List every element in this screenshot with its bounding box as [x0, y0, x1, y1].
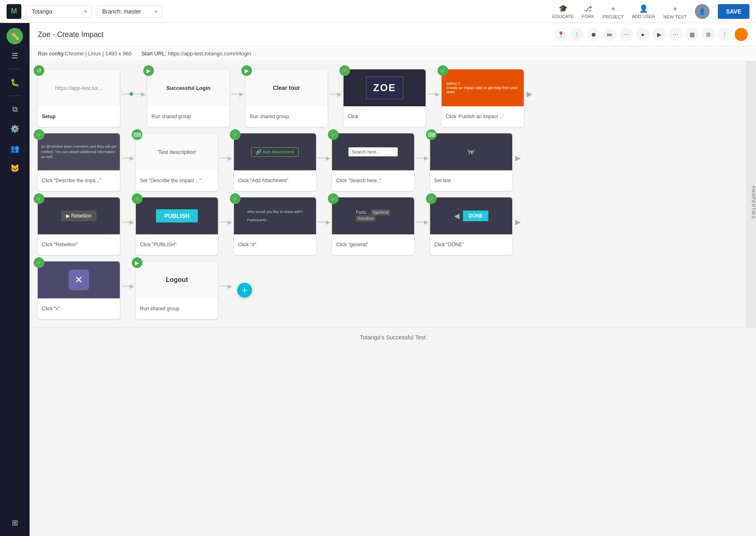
- sidebar-item-list[interactable]: ☰: [7, 48, 23, 64]
- step-label-publish-impact: Click 'Publish an Impact ...': [442, 106, 524, 127]
- logo-text: M: [11, 7, 17, 16]
- overflow-arrow-row3[interactable]: ▶: [514, 218, 522, 227]
- skip-button[interactable]: ⏭: [603, 28, 616, 41]
- sidebar-item-grid[interactable]: ⊞: [7, 515, 23, 531]
- arrow-icon: ▶: [424, 219, 428, 225]
- hash-thumb-text: Who would you like to share with?Partici…: [247, 210, 303, 222]
- add-step-button[interactable]: +: [237, 283, 252, 298]
- arrow-16-17: ▶: [121, 283, 134, 289]
- fork-icon: ⎇: [584, 4, 592, 13]
- more-button[interactable]: ⋮: [570, 28, 584, 41]
- location-button[interactable]: 📍: [554, 28, 567, 41]
- step-card-setup[interactable]: ↺ https://app-test.tot... Setup: [38, 69, 120, 127]
- step-label-clear: Run shared group: [245, 106, 328, 127]
- step-card-set-re[interactable]: ⌨ 're' Set text: [430, 133, 512, 191]
- sub-header-actions: 📍 ⋮ ⏺ ⏭ ⋯ ● ▶ ⋯ ▦ ⊞ ⋮: [554, 28, 748, 41]
- step-card-logout[interactable]: ▶ Logout Run shared group: [136, 261, 218, 319]
- step-badge-click-publish: ☞: [132, 193, 142, 204]
- educate-label: EDUCATE: [552, 14, 574, 19]
- step-card-clear-tour[interactable]: ▶ Clear tour Run shared group: [245, 69, 328, 127]
- step-card-describe[interactable]: ☞ an @mention team members and they will…: [38, 133, 120, 191]
- arrow-icon: ▶: [228, 219, 232, 225]
- sidebar-item-edit[interactable]: ✏️: [7, 28, 23, 44]
- describe-thumb-text: an @mention team members and they will g…: [41, 144, 117, 160]
- step-badge-setup: ↺: [34, 65, 44, 76]
- step-card-done[interactable]: ☞ ◀ DONE Click "DONE": [430, 197, 512, 255]
- step-card-publish-impact[interactable]: ☞ IMPACTCreate an impact step or get hel…: [442, 69, 524, 127]
- app-layout: ✏️ ☰ 🐛 ⧉ ⚙️ 👥 🐱 ⊞ Zoe - Create Impact 📍 …: [0, 23, 756, 536]
- logout-title: Logout: [163, 273, 191, 287]
- step-card-click-zoe[interactable]: ☞ ZOE Click: [344, 69, 426, 127]
- step-thumbnail-general: Partic... #general#random: [332, 197, 414, 234]
- overflow-arrow-row1[interactable]: ▶: [525, 89, 534, 98]
- step-thumbnail-click-publish: PUBLISH: [136, 197, 218, 234]
- step-badge-describe: ☞: [34, 129, 44, 140]
- re-text: 're': [467, 149, 475, 155]
- circle-button[interactable]: ●: [636, 28, 649, 41]
- grid-button[interactable]: ▦: [685, 28, 699, 41]
- new-test-button[interactable]: ＋ NEW TEST: [663, 4, 687, 19]
- branch-dropdown[interactable]: Branch: master ▾: [97, 5, 163, 18]
- attach-btn-sim: 🔗 Add Attachment: [251, 147, 299, 157]
- user-avatar[interactable]: 👤: [695, 4, 710, 19]
- properties-panel[interactable]: PROPERTIES: [746, 61, 756, 327]
- step-card-login[interactable]: ▶ Successful Login Run shared group: [147, 69, 229, 127]
- zoe-logo: ZOE: [366, 76, 403, 99]
- arrow-icon: ▶: [239, 91, 244, 97]
- step-card-set-describe[interactable]: ⌨ 'Test description' Set "Describe the i…: [136, 133, 218, 191]
- search-input-sim: Search here...: [348, 147, 398, 156]
- sidebar-item-users[interactable]: 👥: [7, 140, 23, 157]
- step-label-login: Run shared group: [147, 106, 229, 127]
- add-user-button[interactable]: 👤 ADD USER: [632, 4, 655, 19]
- sidebar-item-cat[interactable]: 🐱: [7, 160, 23, 176]
- table-button[interactable]: ⊞: [702, 28, 715, 41]
- logo-button[interactable]: M: [7, 4, 21, 19]
- arrow-12-13: ▶: [220, 219, 232, 225]
- arrow-4-5: ▶: [427, 91, 440, 97]
- play-button[interactable]: ▶: [653, 28, 666, 41]
- step-badge-search: ☞: [328, 129, 339, 140]
- workspace-dropdown[interactable]: Totango ▾: [26, 5, 92, 18]
- save-button[interactable]: SAVE: [718, 4, 749, 19]
- back-icon: ◀: [454, 211, 460, 220]
- step-card-x[interactable]: ☞ ✕ Click "x": [38, 261, 120, 319]
- main-content: Zoe - Create Impact 📍 ⋮ ⏺ ⏭ ⋯ ● ▶ ⋯ ▦ ⊞ …: [30, 23, 756, 536]
- clear-title: Clear tour: [270, 81, 303, 94]
- arrow-icon: ▶: [141, 91, 146, 97]
- step-thumbnail-hash: Who would you like to share with?Partici…: [234, 197, 316, 234]
- step-card-rebellion[interactable]: ☞ ▶ Rebellion Click "Rebellion": [38, 197, 120, 255]
- test-desc-text: 'Test description': [157, 149, 196, 155]
- sidebar-item-copy[interactable]: ⧉: [7, 101, 23, 117]
- step-card-click-publish[interactable]: ☞ PUBLISH Click "PUBLISH": [136, 197, 218, 255]
- step-label-set-re: Set text: [430, 170, 512, 191]
- sidebar-item-settings[interactable]: ⚙️: [7, 121, 23, 137]
- add-user-label: ADD USER: [632, 14, 655, 19]
- step-card-general[interactable]: ☞ Partic... #general#random Click "gener…: [332, 197, 414, 255]
- project-button[interactable]: ＋ PROJECT: [603, 4, 623, 19]
- record-button[interactable]: ⏺: [587, 28, 600, 41]
- page-title: Zoe - Create Impact: [38, 30, 103, 39]
- project-icon: ＋: [609, 4, 617, 14]
- step-badge-logout: ▶: [132, 257, 142, 268]
- arrow-11-12: ▶: [121, 219, 134, 225]
- step-label-add-attach: Click "Add Attachment": [234, 170, 316, 191]
- step-card-hash[interactable]: ☞ Who would you like to share with?Parti…: [234, 197, 316, 255]
- dots-button[interactable]: ⋯: [620, 28, 633, 41]
- more2-button[interactable]: ⋮: [718, 28, 731, 41]
- step-thumbnail-publish-impact: IMPACTCreate an impact step or get help …: [442, 69, 524, 106]
- fork-button[interactable]: ⎇ FORK: [582, 4, 595, 19]
- dots2-button[interactable]: ⋯: [669, 28, 682, 41]
- step-row-4: ☞ ✕ Click "x" ▶ ▶: [38, 261, 738, 319]
- step-thumbnail-rebellion: ▶ Rebellion: [38, 197, 120, 234]
- step-thumbnail-set-re: 're': [430, 133, 512, 170]
- step-thumbnail-search: Search here...: [332, 133, 414, 170]
- nav-actions: 🎓 EDUCATE ⎇ FORK ＋ PROJECT 👤 ADD USER ＋ …: [552, 4, 749, 19]
- sidebar-item-bug[interactable]: 🐛: [7, 74, 23, 91]
- step-badge-add-attach: ☞: [230, 129, 241, 140]
- step-card-search[interactable]: ☞ Search here... Click "Search here..": [332, 133, 414, 191]
- step-card-add-attach[interactable]: ☞ 🔗 Add Attachment Click "Add Attachment…: [234, 133, 316, 191]
- step-badge-zoe: ☞: [339, 65, 350, 76]
- educate-button[interactable]: 🎓 EDUCATE: [552, 4, 574, 19]
- user-status-circle[interactable]: [735, 28, 748, 41]
- overflow-arrow-row2[interactable]: ▶: [514, 153, 522, 163]
